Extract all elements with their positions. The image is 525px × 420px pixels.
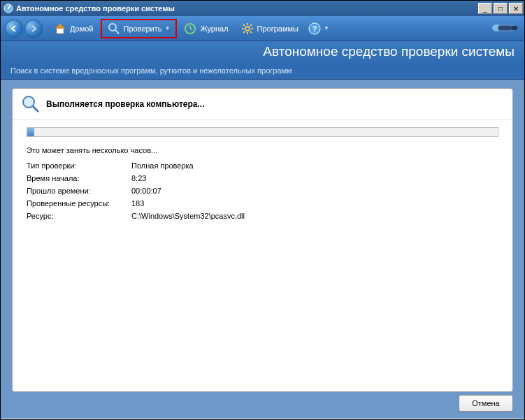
row-type: Тип проверки: Полная проверка [27,159,498,172]
toolbar: Домой Проверить ▼ Журнал Программы ? ▼ [1,16,524,41]
value-start: 8:23 [131,172,498,184]
row-elapsed: Прошло времени: 00:00:07 [27,184,498,197]
title-bar: Автономное средство проверки системы _ □… [1,1,524,16]
svg-line-12 [243,31,245,33]
toolbar-home-label: Домой [70,24,94,33]
nav-forward-button[interactable] [24,20,43,38]
panel-header: Выполняется проверка компьютера... [13,89,512,120]
svg-rect-17 [498,25,513,31]
value-type: Полная проверка [131,159,498,172]
value-elapsed: 00:00:07 [131,184,498,197]
svg-text:?: ? [312,24,317,33]
svg-point-19 [23,96,34,108]
app-description: Поиск в системе вредоносных программ, ру… [1,64,524,80]
svg-point-5 [245,27,250,31]
home-icon [54,22,66,35]
svg-line-20 [33,106,38,112]
toolbar-programs[interactable]: Программы [236,19,304,38]
maximize-button[interactable]: □ [494,3,508,14]
value-resource: C:\Windows\System32\pcasvc.dll [131,210,498,222]
minimize-button[interactable]: _ [478,3,492,14]
app-title: Автономное средство проверки системы [1,41,524,64]
toolbar-scan[interactable]: Проверить ▼ [101,19,178,38]
chevron-down-icon: ▼ [324,25,329,31]
toolbar-scan-label: Проверить [124,24,162,33]
svg-point-2 [109,24,116,31]
scan-info: Это может занять несколько часов... Тип … [13,141,512,222]
toolbar-programs-label: Программы [257,24,299,33]
label-elapsed: Прошло времени: [27,184,131,197]
svg-line-10 [243,24,245,26]
chevron-down-icon: ▼ [165,25,171,31]
toolbar-help[interactable]: ? ▼ [305,19,332,38]
content-area: Выполняется проверка компьютера... Это м… [1,80,524,419]
svg-line-11 [250,31,252,33]
bottom-bar: Отмена [12,395,513,412]
scan-note: Это может занять несколько часов... [27,144,498,157]
label-scanned: Проверенные ресурсы: [27,197,131,210]
row-start: Время начала: 8:23 [27,172,498,184]
toolbar-home[interactable]: Домой [48,19,99,38]
nav-back-button[interactable] [5,20,23,38]
panel-heading: Выполняется проверка компьютера... [46,99,204,109]
row-resource: Ресурс: C:\Windows\System32\pcasvc.dll [27,210,498,222]
scan-panel: Выполняется проверка компьютера... Это м… [12,88,513,392]
svg-line-13 [250,24,252,26]
window-title: Автономное средство проверки системы [16,4,478,13]
row-scanned: Проверенные ресурсы: 183 [27,197,498,210]
label-start: Время начала: [27,172,131,184]
label-resource: Ресурс: [27,210,131,222]
progress-fill [27,128,34,136]
label-type: Тип проверки: [27,159,131,172]
value-scanned: 183 [131,197,498,210]
app-icon [3,3,13,13]
svg-line-3 [115,30,119,34]
toolbar-log[interactable]: Журнал [178,19,233,38]
progress-bar [27,127,498,137]
history-icon [184,22,196,35]
window-controls: _ □ ✕ [478,3,523,14]
magnifier-icon [108,22,120,35]
magnifier-large-icon [21,94,41,114]
gear-icon [241,22,254,35]
cancel-button[interactable]: Отмена [459,395,513,412]
close-button[interactable]: ✕ [509,3,523,14]
help-icon: ? [308,22,321,35]
svg-rect-18 [512,26,517,30]
toolbar-log-label: Журнал [200,24,228,33]
flashlight-icon [491,17,520,38]
